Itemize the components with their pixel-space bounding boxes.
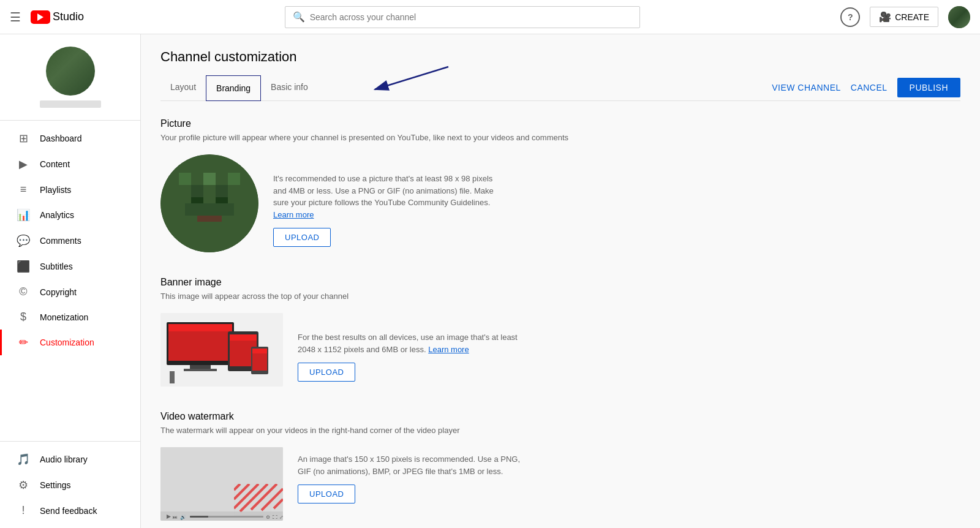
avatar-image — [948, 6, 970, 28]
sidebar-item-analytics[interactable]: 📊 Analytics — [0, 202, 140, 228]
topbar-left: ☰ Studio — [10, 10, 84, 25]
svg-rect-41 — [190, 516, 208, 518]
sidebar-item-label: Dashboard — [40, 134, 82, 143]
picture-info-text: It's recommended to use a picture that's… — [273, 173, 506, 221]
sidebar-item-send-feedback[interactable]: ! Send feedback — [0, 498, 140, 523]
svg-rect-24 — [170, 371, 175, 383]
dashboard-icon: ⊞ — [17, 132, 30, 145]
tab-layout[interactable]: Layout — [160, 75, 206, 101]
svg-rect-35 — [234, 447, 283, 484]
sidebar-item-label: Send feedback — [40, 506, 97, 516]
camera-icon: 🎥 — [879, 11, 891, 23]
watermark-title: Video watermark — [160, 411, 712, 422]
create-label: CREATE — [895, 12, 929, 22]
analytics-icon: 📊 — [17, 208, 30, 222]
help-button[interactable]: ? — [840, 7, 860, 27]
channel-name — [40, 100, 101, 108]
watermark-upload-info: An image that's 150 x 150 pixels is reco… — [298, 447, 530, 503]
banner-preview — [160, 313, 283, 387]
main-content: Channel customization Layout Branding Ba… — [141, 34, 980, 528]
watermark-info-text: An image that's 150 x 150 pixels is reco… — [298, 453, 530, 477]
sidebar-bottom: 🎵 Audio library ⚙ Settings ! Send feedba… — [0, 441, 140, 528]
customization-icon: ✏ — [17, 336, 30, 349]
tab-basic-info[interactable]: Basic info — [261, 75, 318, 101]
svg-rect-9 — [191, 197, 203, 203]
channel-avatar — [46, 47, 95, 96]
sidebar-item-playlists[interactable]: ≡ Playlists — [0, 177, 140, 202]
svg-rect-7 — [216, 185, 228, 197]
sidebar-item-label: Comments — [40, 236, 81, 246]
channel-info — [0, 34, 140, 121]
settings-icon: ⚙ — [17, 478, 30, 492]
publish-button[interactable]: PUBLISH — [897, 78, 960, 97]
svg-rect-8 — [185, 203, 234, 216]
banner-section: Banner image This image will appear acro… — [160, 277, 712, 387]
view-channel-button[interactable]: VIEW CHANNEL — [772, 83, 841, 92]
sidebar-item-monetization[interactable]: $ Monetization — [0, 304, 140, 330]
svg-rect-23 — [252, 349, 267, 353]
banner-learn-more[interactable]: Learn more — [428, 345, 469, 354]
banner-upload-info: For the best results on all devices, use… — [298, 313, 530, 382]
topbar-right: ? 🎥 CREATE — [840, 6, 970, 28]
banner-upload-button[interactable]: UPLOAD — [298, 363, 355, 382]
picture-upload-row: It's recommended to use a picture that's… — [160, 154, 712, 252]
sidebar-item-customization[interactable]: ✏ Customization — [0, 330, 140, 355]
avatar[interactable] — [948, 6, 970, 28]
sidebar-item-copyright[interactable]: © Copyright — [0, 279, 140, 304]
banner-description: This image will appear across the top of… — [160, 292, 712, 301]
tab-branding[interactable]: Branding — [206, 75, 261, 101]
svg-rect-17 — [184, 369, 217, 371]
studio-text: Studio — [53, 10, 84, 23]
yt-icon — [31, 10, 50, 24]
banner-info-text: For the best results on all devices, use… — [298, 331, 530, 355]
search-input[interactable] — [310, 12, 632, 22]
banner-svg — [160, 313, 283, 387]
search-icon: 🔍 — [293, 11, 305, 23]
svg-rect-4 — [203, 173, 216, 185]
topbar: ☰ Studio 🔍 ? 🎥 CREATE — [0, 0, 980, 34]
banner-upload-row: For the best results on all devices, use… — [160, 313, 712, 387]
svg-rect-20 — [230, 334, 257, 341]
sidebar-item-content[interactable]: ▶ Content — [0, 151, 140, 177]
comments-icon: 💬 — [17, 234, 30, 247]
watermark-section: Video watermark The watermark will appea… — [160, 411, 712, 521]
sidebar-item-audio-library[interactable]: 🎵 Audio library — [0, 447, 140, 472]
sidebar-item-label: Monetization — [40, 312, 88, 322]
svg-rect-3 — [179, 173, 191, 185]
watermark-description: The watermark will appear on your videos… — [160, 426, 712, 435]
svg-text:🔊: 🔊 — [180, 514, 186, 520]
svg-rect-15 — [168, 324, 232, 331]
sidebar-item-subtitles[interactable]: ⬛ Subtitles — [0, 254, 140, 279]
sidebar-item-label: Customization — [40, 338, 94, 347]
tabs: Layout Branding Basic info VIEW CHANNEL … — [160, 75, 960, 101]
sidebar-item-label: Playlists — [40, 185, 71, 195]
sidebar: ⊞ Dashboard ▶ Content ≡ Playlists 📊 Anal… — [0, 34, 141, 528]
sidebar-item-comments[interactable]: 💬 Comments — [0, 228, 140, 254]
watermark-upload-button[interactable]: UPLOAD — [298, 485, 355, 503]
picture-avatar — [160, 154, 258, 252]
banner-title: Banner image — [160, 277, 712, 288]
page-title: Channel customization — [160, 49, 960, 65]
cancel-button[interactable]: CANCEL — [851, 83, 888, 92]
svg-text:⛶: ⛶ — [273, 515, 277, 520]
svg-text:⤢: ⤢ — [279, 515, 283, 520]
sidebar-item-settings[interactable]: ⚙ Settings — [0, 472, 140, 498]
sidebar-item-label: Audio library — [40, 454, 88, 464]
nav-items: ⊞ Dashboard ▶ Content ≡ Playlists 📊 Anal… — [0, 121, 140, 441]
sidebar-item-dashboard[interactable]: ⊞ Dashboard — [0, 126, 140, 151]
picture-description: Your profile picture will appear where y… — [160, 133, 712, 142]
topbar-search: 🔍 — [84, 6, 840, 28]
picture-learn-more[interactable]: Learn more — [273, 210, 314, 219]
menu-icon[interactable]: ☰ — [10, 10, 21, 25]
youtube-logo[interactable]: Studio — [31, 10, 84, 24]
svg-rect-5 — [228, 173, 240, 185]
sidebar-item-label: Content — [40, 159, 70, 169]
svg-rect-10 — [216, 197, 228, 203]
create-button[interactable]: 🎥 CREATE — [870, 7, 938, 27]
svg-rect-6 — [191, 185, 203, 197]
sidebar-item-label: Settings — [40, 480, 71, 490]
watermark-upload-row: ⏭ 🔊 ⚙ ⛶ ⤢ An image that's 150 x 150 pixe… — [160, 447, 712, 521]
svg-text:⏭: ⏭ — [173, 515, 178, 520]
picture-upload-button[interactable]: UPLOAD — [273, 228, 331, 247]
picture-upload-info: It's recommended to use a picture that's… — [273, 154, 506, 247]
